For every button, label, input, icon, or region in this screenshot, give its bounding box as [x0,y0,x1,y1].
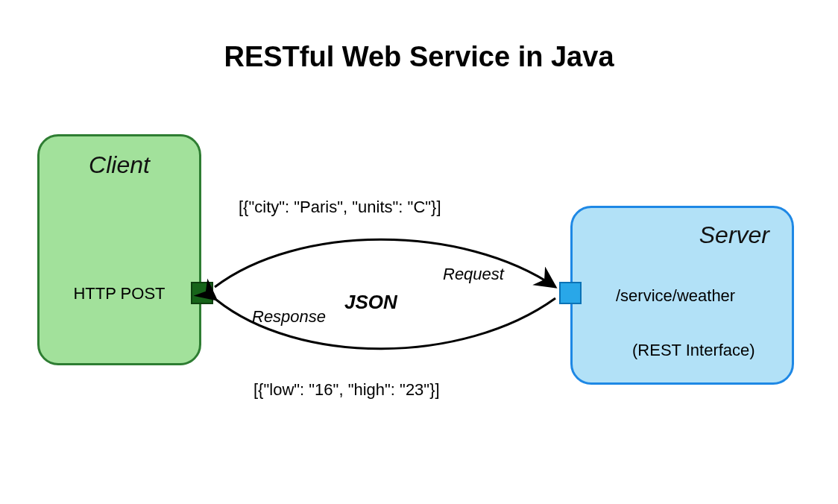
server-port [559,282,582,304]
server-node: Server /service/weather (REST Interface) [570,206,794,385]
client-port [191,282,213,304]
protocol-label: JSON [344,291,397,314]
diagram-title: RESTful Web Service in Java [0,41,838,73]
request-label: Request [443,265,504,284]
interface-label: (REST Interface) [632,341,755,360]
response-payload: [{"low": "16", "high": "23"}] [253,380,440,400]
client-node: Client HTTP POST [37,134,201,365]
http-method-label: HTTP POST [40,284,199,303]
client-label: Client [40,151,199,179]
request-payload: [{"city": "Paris", "units": "C"}] [239,198,441,217]
server-label: Server [573,221,792,249]
endpoint-label: /service/weather [616,286,735,306]
request-arrow [215,239,555,287]
response-label: Response [252,307,326,327]
